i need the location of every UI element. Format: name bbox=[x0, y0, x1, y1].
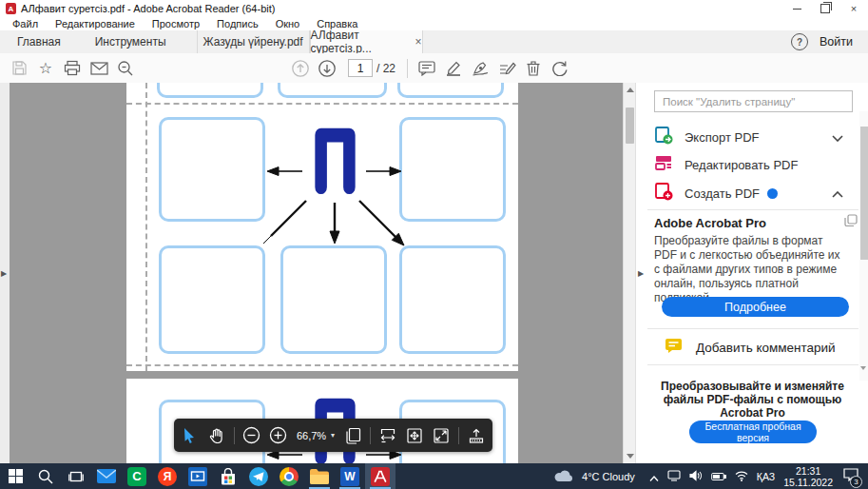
tool-search-input[interactable] bbox=[654, 90, 853, 112]
comment-icon[interactable] bbox=[414, 56, 440, 81]
tray-expand-icon[interactable] bbox=[649, 468, 659, 485]
tab-close-icon[interactable]: × bbox=[415, 36, 422, 48]
taskbar-search-icon[interactable] bbox=[30, 463, 61, 489]
taskbar-clock[interactable]: 21:31 15.11.2022 bbox=[783, 465, 833, 488]
print-icon[interactable] bbox=[59, 56, 86, 81]
weather-label[interactable]: 4°C Cloudy bbox=[582, 471, 635, 482]
fullscreen-icon[interactable] bbox=[429, 423, 453, 448]
help-icon[interactable]: ? bbox=[791, 33, 808, 50]
select-tool-icon[interactable] bbox=[178, 423, 203, 448]
sidebar-scrollbar[interactable] bbox=[859, 111, 868, 381]
tab-tools[interactable]: Инструменты bbox=[78, 30, 183, 53]
save-icon[interactable] bbox=[6, 56, 32, 81]
scrollbar-thumb[interactable] bbox=[626, 108, 634, 144]
zoom-out-icon[interactable] bbox=[240, 423, 264, 448]
language-indicator[interactable]: ҚАЗ bbox=[757, 471, 775, 482]
wifi-icon[interactable] bbox=[735, 468, 748, 485]
close-button[interactable]: × bbox=[839, 0, 868, 17]
delete-pages-icon[interactable] bbox=[520, 56, 547, 81]
page-thumbnails-icon[interactable] bbox=[340, 423, 365, 448]
minimize-button[interactable] bbox=[782, 0, 811, 17]
telegram-app-icon[interactable] bbox=[243, 463, 274, 489]
menu-view[interactable]: Просмотр bbox=[144, 18, 208, 29]
main-area: ▶ bbox=[0, 83, 868, 463]
letter-box bbox=[399, 245, 506, 354]
display-icon[interactable] bbox=[667, 468, 681, 485]
free-trial-button[interactable]: Бесплатная пробная версия bbox=[689, 421, 817, 443]
chrome-app-icon[interactable] bbox=[274, 463, 304, 489]
sign-pen-icon[interactable] bbox=[467, 56, 493, 81]
acrobat-taskbar-icon[interactable] bbox=[365, 463, 395, 489]
toolbar-divider bbox=[234, 427, 235, 444]
add-comment-icon bbox=[665, 338, 683, 358]
windows-taskbar: C Я W bbox=[0, 463, 868, 489]
tool-edit-pdf-label: Редактировать PDF bbox=[685, 158, 798, 172]
chevron-up-icon bbox=[832, 185, 843, 202]
mail-app-icon[interactable] bbox=[91, 463, 122, 489]
weather-icon[interactable] bbox=[554, 468, 573, 485]
titlebar: A АЛфавит суретсіз.pdf - Adobe Acrobat R… bbox=[0, 0, 868, 17]
window-controls: × bbox=[782, 0, 868, 17]
promo-title: Adobe Acrobat Pro bbox=[654, 216, 766, 230]
page-number-input[interactable] bbox=[348, 59, 373, 77]
tool-create-pdf[interactable]: Создать PDF bbox=[654, 181, 853, 205]
document-viewport[interactable]: 66,7% ▾ bbox=[10, 83, 623, 463]
tab-document-2-label: АЛфавит суретсіз.p... bbox=[311, 29, 409, 55]
sidebar-collapse-icon[interactable]: ▶ bbox=[638, 269, 644, 278]
tab-document-1[interactable]: Жазуды үйрену.pdf bbox=[197, 30, 310, 53]
refresh-icon[interactable] bbox=[547, 56, 573, 81]
fill-sign-icon[interactable] bbox=[493, 56, 520, 81]
camtasia-app-icon[interactable]: C bbox=[122, 463, 152, 489]
scroll-down-icon[interactable] bbox=[860, 370, 866, 387]
trial-promo-text: Преобразовывайте и изменяйте файлы PDF-ф… bbox=[646, 380, 859, 420]
zoom-in-icon[interactable] bbox=[266, 423, 291, 448]
tab-document-2-active[interactable]: АЛфавит суретсіз.p... × bbox=[310, 30, 423, 54]
menu-edit[interactable]: Редактирование bbox=[47, 18, 144, 29]
file-explorer-icon[interactable] bbox=[304, 463, 335, 489]
battery-icon[interactable] bbox=[711, 468, 726, 485]
favorite-star-icon[interactable]: ☆ bbox=[32, 56, 59, 81]
dropdown-caret-icon: ▾ bbox=[331, 431, 335, 440]
menu-window[interactable]: Окно bbox=[267, 18, 309, 29]
fit-width-icon[interactable] bbox=[376, 423, 400, 448]
create-pdf-icon bbox=[654, 182, 673, 205]
restore-button[interactable] bbox=[811, 0, 839, 17]
zoom-tool-icon[interactable] bbox=[112, 56, 139, 81]
start-button[interactable] bbox=[0, 463, 30, 489]
previous-page-icon[interactable] bbox=[287, 56, 314, 81]
sidebar-divider bbox=[647, 328, 858, 329]
letter-box bbox=[280, 245, 387, 354]
export-pdf-icon bbox=[654, 126, 673, 148]
menu-sign[interactable]: Подпись bbox=[208, 18, 267, 29]
task-view-icon[interactable] bbox=[61, 463, 91, 489]
movies-tv-app-icon[interactable] bbox=[183, 463, 213, 489]
action-center-icon[interactable]: 3 bbox=[843, 468, 858, 485]
sidebar-divider bbox=[647, 209, 858, 210]
word-app-icon[interactable]: W bbox=[335, 463, 365, 489]
document-scrollbar[interactable] bbox=[623, 83, 636, 463]
yandex-browser-icon[interactable]: Я bbox=[152, 463, 183, 489]
zoom-level-dropdown[interactable]: 66,7% ▾ bbox=[293, 430, 338, 441]
next-page-icon[interactable] bbox=[314, 56, 340, 81]
tool-export-pdf[interactable]: Экспорт PDF bbox=[654, 125, 853, 149]
menu-file[interactable]: Файл bbox=[4, 18, 47, 29]
email-icon[interactable] bbox=[86, 56, 112, 81]
edit-pdf-icon bbox=[654, 153, 673, 176]
minimize-icon bbox=[793, 9, 801, 10]
volume-icon[interactable] bbox=[689, 468, 703, 485]
fit-page-icon[interactable] bbox=[402, 423, 427, 448]
microsoft-store-icon[interactable] bbox=[213, 463, 243, 489]
date-label: 15.11.2022 bbox=[783, 477, 833, 488]
sign-in-button[interactable]: Войти bbox=[820, 35, 853, 49]
letter-box bbox=[159, 245, 265, 354]
left-panel-toggle-icon[interactable]: ▶ bbox=[1, 269, 7, 278]
tool-edit-pdf[interactable]: Редактировать PDF bbox=[654, 152, 853, 177]
tab-document-1-label: Жазуды үйрену.pdf bbox=[203, 35, 302, 49]
scrollbar-thumb[interactable] bbox=[860, 127, 868, 260]
tab-home[interactable]: Главная bbox=[0, 30, 78, 53]
add-comment-item[interactable]: Добавить комментарий bbox=[665, 338, 836, 358]
hand-tool-icon[interactable] bbox=[204, 423, 229, 448]
learn-more-button[interactable]: Подробнее bbox=[662, 297, 849, 317]
show-toolbar-icon[interactable] bbox=[464, 423, 489, 448]
highlight-icon[interactable] bbox=[440, 56, 467, 81]
